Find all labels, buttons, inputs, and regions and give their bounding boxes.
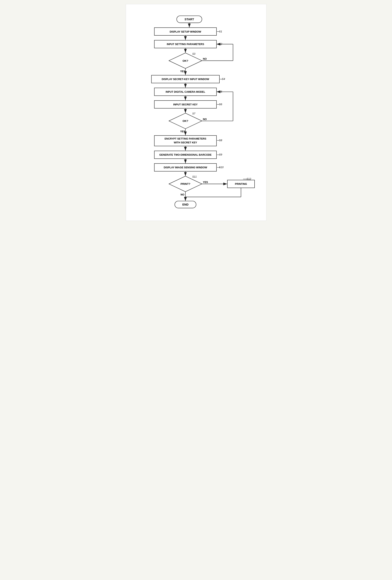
s1-label: DISPLAY SETUP WINDOW: [170, 30, 201, 33]
s1-step: S1: [219, 30, 222, 33]
s9-label: GENERATE TWO-DIMENSIONAL BARCODE: [159, 153, 211, 156]
s10-label: DISPLAY IMAGE SENSING WINDOW: [164, 166, 207, 169]
s11-no-label: NO: [181, 193, 184, 196]
s2-label: INPUT SETTING PARAMETERS: [167, 43, 204, 46]
diagram-container: START DISPLAY SETUP WINDOW S1 INPUT SETT…: [126, 4, 266, 221]
s8-label-1: ENCRYPT SETTING PARAMETERS: [164, 137, 206, 140]
s8-step: S8: [219, 139, 222, 142]
s7-label: OK?: [183, 120, 188, 123]
end-label: END: [182, 203, 189, 206]
start-label: START: [185, 18, 194, 21]
svg-rect-29: [154, 136, 216, 146]
s11-label: PRINT?: [181, 182, 190, 185]
s7-no-label: NO: [203, 118, 206, 121]
s3-yes-label: YES: [180, 70, 185, 73]
s6-label: INPUT SECRET KEY: [173, 103, 198, 106]
s11-step: S11: [192, 175, 196, 178]
s5-label: INPUT DIGITAL CAMERA MODEL: [166, 91, 205, 93]
flowchart-svg: START DISPLAY SETUP WINDOW S1 INPUT SETT…: [132, 12, 260, 213]
s3-label: OK?: [183, 59, 188, 62]
s4-label: DISPLAY SECRET-KEY INPUT WINDOW: [162, 78, 209, 81]
s12-label: PRINTING: [235, 183, 247, 185]
s11-yes-label: YES: [203, 181, 208, 184]
s8-label-2: WITH SECRET KEY: [174, 141, 197, 144]
s4-step: S4: [222, 78, 225, 80]
s7-yes-label: YES: [180, 130, 185, 133]
s9-step: S9: [219, 153, 222, 156]
s3-step: S3: [192, 52, 195, 55]
s6-step: S6: [219, 103, 222, 106]
s3-no-label: NO: [203, 57, 206, 60]
s7-step: S7: [192, 112, 195, 115]
